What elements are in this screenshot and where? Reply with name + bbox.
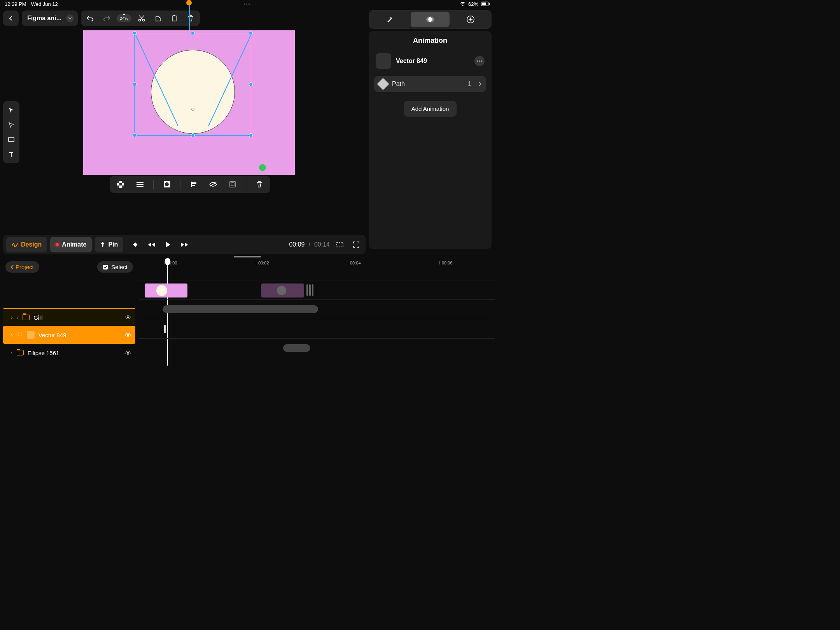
zoom-level[interactable]: 24% bbox=[117, 14, 131, 22]
forward-button[interactable] bbox=[178, 238, 190, 251]
resize-handle[interactable] bbox=[249, 133, 253, 137]
paste-button[interactable] bbox=[168, 12, 180, 24]
ruler-tick: 00:02 bbox=[258, 261, 269, 265]
play-button[interactable] bbox=[162, 238, 174, 251]
animation-clip[interactable] bbox=[283, 344, 310, 352]
expand-icon[interactable]: › bbox=[11, 350, 13, 356]
group-icon[interactable] bbox=[226, 178, 239, 191]
selection-box[interactable] bbox=[134, 33, 251, 136]
layer-label: Vector 849 bbox=[38, 332, 66, 338]
timeline-tracks bbox=[139, 280, 495, 358]
path-end-point[interactable] bbox=[259, 164, 266, 171]
trash-icon[interactable] bbox=[253, 178, 266, 191]
select-tool[interactable] bbox=[5, 103, 18, 117]
context-toolbar bbox=[110, 176, 270, 193]
svg-point-3 bbox=[139, 19, 141, 21]
stroke-icon[interactable] bbox=[134, 178, 146, 191]
svg-point-28 bbox=[165, 182, 169, 186]
visibility-icon[interactable] bbox=[124, 332, 131, 337]
resize-handle[interactable] bbox=[133, 82, 136, 86]
project-back-button[interactable]: Project bbox=[5, 261, 39, 273]
animate-mode-button[interactable]: Animate bbox=[50, 237, 92, 252]
select-toggle-button[interactable]: Select bbox=[97, 261, 133, 273]
svg-rect-2 bbox=[489, 3, 490, 5]
rp-tab-animation[interactable] bbox=[411, 12, 450, 27]
layer-label: Girl bbox=[33, 314, 42, 321]
timeline-ruler[interactable]: 00:00 00:02 00:04 00:06 bbox=[139, 261, 495, 273]
track-row-girl[interactable] bbox=[139, 299, 495, 319]
layer-row-girl[interactable]: › ↓ Girl bbox=[3, 308, 135, 326]
direct-select-tool[interactable] bbox=[5, 118, 18, 131]
expand-icon[interactable]: › bbox=[11, 332, 13, 338]
layer-more-button[interactable] bbox=[474, 56, 485, 66]
mode-bar: Design Animate Pin 00:09 / 00:14 bbox=[3, 235, 366, 254]
diamond-icon bbox=[377, 78, 389, 90]
track-row-ellipse[interactable] bbox=[139, 338, 495, 358]
rp-tab-add[interactable] bbox=[451, 12, 490, 27]
undo-button[interactable] bbox=[84, 12, 96, 24]
chevron-right-icon bbox=[478, 82, 481, 86]
track-row-scene[interactable] bbox=[139, 280, 495, 299]
copy-button[interactable] bbox=[152, 12, 164, 24]
visibility-icon[interactable] bbox=[124, 350, 131, 355]
animation-clip[interactable] bbox=[163, 305, 318, 313]
rp-tab-magic[interactable] bbox=[370, 12, 409, 27]
resize-handle[interactable] bbox=[191, 133, 195, 137]
ruler-tick: 00:06 bbox=[442, 261, 453, 265]
wifi-icon bbox=[460, 2, 466, 6]
scene-clip[interactable] bbox=[145, 284, 187, 298]
resize-handle[interactable] bbox=[133, 133, 136, 137]
align-icon[interactable] bbox=[187, 178, 200, 191]
canvas[interactable] bbox=[83, 30, 295, 175]
pivot-point[interactable] bbox=[191, 108, 194, 111]
keyframe-button[interactable] bbox=[130, 238, 141, 251]
svg-rect-1 bbox=[482, 3, 486, 5]
visibility-icon[interactable] bbox=[207, 178, 219, 191]
rectangle-tool[interactable] bbox=[5, 133, 18, 146]
redo-button[interactable] bbox=[100, 12, 113, 24]
pin-mode-button[interactable]: Pin bbox=[95, 237, 123, 252]
resize-handle[interactable] bbox=[249, 31, 253, 35]
transparency-icon[interactable] bbox=[114, 178, 127, 191]
resize-handle[interactable] bbox=[133, 31, 136, 35]
svg-rect-30 bbox=[192, 182, 196, 184]
layer-list: › ↓ Girl › Vector 849 › Ellipse 1561 bbox=[3, 308, 135, 362]
artboard[interactable] bbox=[83, 30, 295, 175]
layer-thumbnail bbox=[376, 53, 391, 69]
resize-handle[interactable] bbox=[191, 31, 195, 35]
ripple-handle[interactable] bbox=[306, 284, 313, 296]
svg-point-16 bbox=[481, 61, 482, 62]
keyframe[interactable] bbox=[164, 325, 166, 333]
status-bar: 12:29 PM Wed Jun 12 ••• 62% bbox=[0, 0, 495, 8]
fullscreen-button[interactable] bbox=[350, 238, 362, 251]
svg-rect-6 bbox=[173, 15, 175, 16]
add-animation-button[interactable]: Add Animation bbox=[404, 101, 457, 117]
left-toolbox bbox=[3, 101, 19, 163]
layer-row-ellipse[interactable]: › Ellipse 1561 bbox=[3, 344, 135, 362]
resize-handle[interactable] bbox=[249, 82, 253, 86]
design-mode-button[interactable]: Design bbox=[6, 237, 47, 252]
mask-icon[interactable] bbox=[161, 178, 173, 191]
loop-button[interactable] bbox=[334, 238, 346, 251]
track-row-vector[interactable] bbox=[139, 319, 495, 338]
text-tool[interactable] bbox=[5, 148, 18, 161]
attribute-path-row[interactable]: Path 1 bbox=[374, 76, 486, 92]
scene-clip[interactable] bbox=[261, 284, 304, 298]
expand-icon[interactable]: › bbox=[11, 314, 13, 320]
rewind-button[interactable] bbox=[146, 238, 158, 251]
project-name-dropdown[interactable]: Figma ani... bbox=[22, 10, 78, 26]
svg-rect-34 bbox=[231, 183, 234, 186]
svg-rect-23 bbox=[122, 186, 124, 188]
layer-row-vector[interactable]: › Vector 849 bbox=[3, 326, 135, 344]
arrow-down-icon: ↓ bbox=[17, 315, 19, 320]
folder-icon bbox=[23, 315, 30, 320]
svg-rect-5 bbox=[172, 16, 176, 21]
panel-drag-handle[interactable] bbox=[234, 256, 261, 257]
cut-button[interactable] bbox=[135, 12, 148, 24]
delete-button[interactable] bbox=[184, 12, 197, 24]
status-time: 12:29 PM bbox=[5, 1, 26, 7]
rotation-anchor[interactable] bbox=[186, 0, 192, 5]
visibility-icon[interactable] bbox=[124, 315, 131, 320]
back-button[interactable] bbox=[3, 10, 19, 26]
multitask-dots-icon[interactable]: ••• bbox=[244, 2, 251, 6]
